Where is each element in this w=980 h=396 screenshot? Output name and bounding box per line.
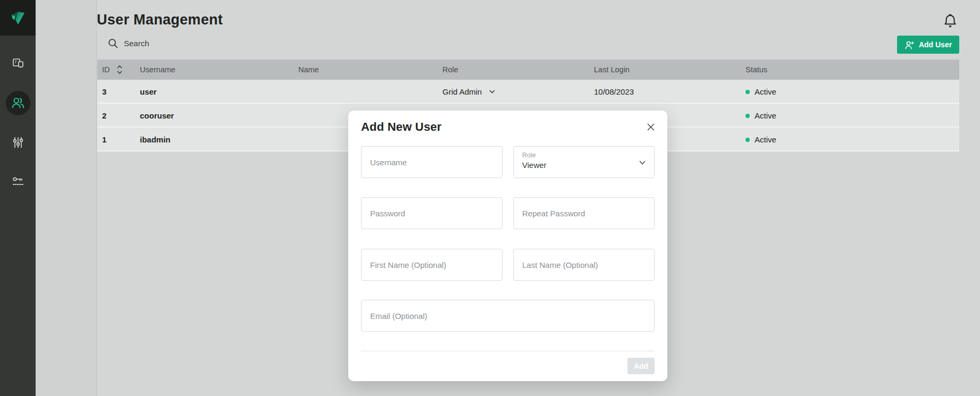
modal-title: Add New User [361, 120, 442, 134]
key-icon [11, 175, 25, 189]
cell-id: 3 [102, 80, 106, 104]
chevron-down-icon [489, 90, 495, 94]
add-user-button[interactable]: Add User [897, 36, 959, 54]
content-left-gutter [36, 0, 97, 396]
sidebar-item-credentials[interactable] [6, 170, 30, 194]
column-header-role[interactable]: Role [442, 60, 458, 80]
modal-add-button[interactable]: Add [627, 358, 655, 374]
status-label: Active [755, 87, 776, 96]
brand-logo[interactable] [0, 0, 36, 36]
password-field[interactable] [361, 197, 502, 229]
status-label: Active [755, 111, 776, 120]
sort-arrows-icon [116, 64, 123, 75]
cell-last-login: 10/08/2023 [594, 80, 634, 104]
status-label: Active [755, 135, 776, 144]
bell-icon [942, 13, 958, 29]
cell-id: 1 [102, 128, 106, 151]
sidebar-item-settings[interactable] [6, 130, 30, 155]
sidebar-item-users[interactable] [6, 91, 30, 115]
users-icon [11, 96, 26, 111]
devices-icon [11, 57, 25, 71]
column-header-status[interactable]: Status [746, 60, 767, 80]
sidebar-item-devices[interactable] [6, 52, 30, 76]
person-plus-icon [904, 40, 915, 50]
status-dot-icon [746, 90, 750, 94]
search-icon [107, 38, 119, 49]
role-select[interactable]: Role Viewer [513, 146, 655, 178]
page-title: User Management [97, 12, 223, 28]
cell-username: cooruser [140, 104, 174, 128]
cell-id: 2 [102, 104, 106, 128]
status-badge: Active [746, 80, 776, 104]
role-select-value: Viewer [522, 161, 646, 170]
brand-logo-icon [7, 7, 29, 29]
cell-username: user [140, 80, 157, 104]
role-dropdown-value: Grid Admin [442, 87, 482, 96]
search-bar [107, 38, 299, 49]
column-header-username[interactable]: Username [140, 60, 175, 80]
modal-close-button[interactable] [645, 121, 657, 133]
status-dot-icon [746, 114, 750, 118]
search-input[interactable] [124, 39, 283, 48]
table-header: ID Username Name Role Last Login Status [97, 60, 959, 80]
column-header-last-login[interactable]: Last Login [594, 60, 630, 80]
repeat-password-field[interactable] [513, 197, 655, 229]
status-dot-icon [746, 138, 750, 142]
chevron-down-icon [639, 161, 646, 165]
add-new-user-modal: Add New User Role Viewer Add [348, 111, 667, 381]
table-row[interactable]: 3 user Grid Admin 10/08/2023 Active [97, 80, 959, 104]
cell-username: ibadmin [140, 128, 171, 151]
email-field[interactable] [361, 300, 655, 332]
sort-control[interactable] [116, 64, 123, 77]
status-badge: Active [746, 128, 776, 151]
username-field[interactable] [361, 146, 502, 178]
role-dropdown[interactable]: Grid Admin [442, 80, 495, 104]
add-user-button-label: Add User [919, 40, 952, 49]
modal-footer-divider [361, 351, 655, 351]
last-name-field[interactable] [513, 249, 655, 281]
first-name-field[interactable] [361, 249, 502, 281]
column-header-name[interactable]: Name [298, 60, 319, 80]
sliders-icon [11, 136, 25, 149]
column-header-id[interactable]: ID [102, 60, 110, 80]
status-badge: Active [746, 104, 776, 128]
close-icon [647, 123, 655, 131]
role-select-label: Role [522, 151, 646, 159]
notifications-button[interactable] [942, 13, 958, 29]
sidebar [0, 0, 36, 396]
